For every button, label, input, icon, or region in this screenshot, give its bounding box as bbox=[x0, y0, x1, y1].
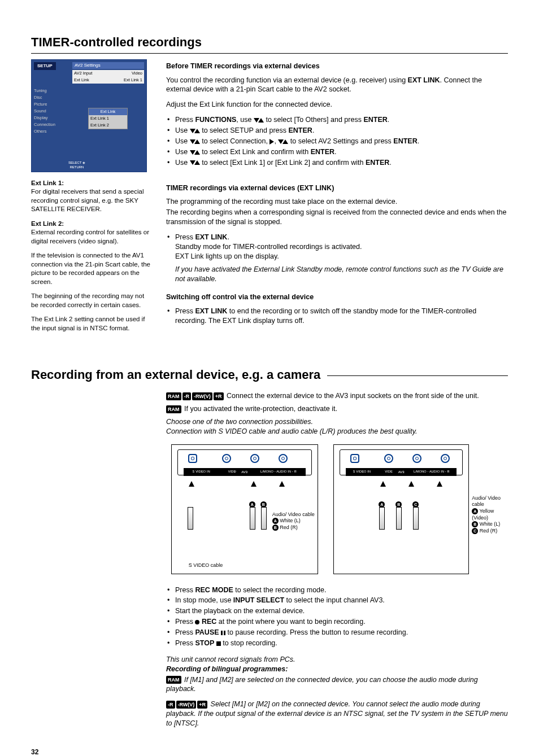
heading-before-timer: Before TIMER recordings via external dev… bbox=[166, 62, 508, 71]
badge-r: -R bbox=[166, 701, 175, 709]
right-column-2: RAM-R-RW(V)+R Connect the external devic… bbox=[166, 391, 508, 734]
up-icon bbox=[194, 160, 200, 165]
t: REC MODE bbox=[195, 586, 233, 594]
t: to select [Ext Link 1] or [Ext Link 2] a… bbox=[200, 159, 366, 167]
up-icon bbox=[194, 150, 200, 155]
plug-icon bbox=[250, 507, 255, 530]
t: Press bbox=[175, 639, 195, 647]
lbl-sv: S VIDEO IN bbox=[352, 470, 372, 474]
p-programming: The programming of the recording must ta… bbox=[166, 197, 508, 207]
italic-connection: Connection with S VIDEO cable and audio … bbox=[166, 427, 508, 436]
t: EXT LINK bbox=[195, 233, 227, 241]
ext-link-1-text: For digital receivers that send a specia… bbox=[31, 188, 144, 212]
marker-a: A bbox=[379, 501, 385, 508]
t: . bbox=[334, 148, 336, 156]
diagram-svideo: S VIDEO IN VIDEO IN L/MONO - AUDIO IN - … bbox=[171, 444, 318, 574]
hint-select: SELECT bbox=[68, 161, 81, 164]
setup-menu-item: Connection bbox=[34, 122, 69, 128]
t: to select Ext Link and confirm with bbox=[200, 148, 311, 156]
t: ENTER bbox=[363, 116, 387, 124]
badge-ram: RAM bbox=[166, 405, 181, 413]
t: Use bbox=[175, 126, 190, 134]
section1-columns: SETUP AV2 Settings AV2 InputVideo Ext Li… bbox=[31, 59, 508, 339]
t: ENTER bbox=[311, 148, 334, 156]
heading-switch-off: Switching off control via the external d… bbox=[166, 292, 508, 302]
diagram-row: S VIDEO IN VIDEO IN L/MONO - AUDIO IN - … bbox=[166, 444, 508, 574]
line1-text: Connect the external device to the AV3 i… bbox=[225, 392, 479, 400]
t: Standby mode for TIMER-controlled record… bbox=[175, 243, 362, 251]
svideo-jack-icon bbox=[188, 454, 197, 463]
label-svideo-cable: S VIDEO cable bbox=[189, 562, 223, 569]
label-white: White (L) bbox=[480, 521, 501, 527]
marker-b: B bbox=[260, 501, 267, 508]
t: Use bbox=[175, 148, 190, 156]
setup-pane-title: AV2 Settings bbox=[72, 62, 144, 69]
setup-menu-item: Sound bbox=[34, 108, 69, 114]
note-ram: RAM If [M1] and [M2] are selected on the… bbox=[166, 675, 508, 694]
ext-link-2: Ext Link 2:External recording control fo… bbox=[31, 220, 153, 246]
av3-label: AV3 bbox=[236, 470, 253, 474]
svideo-jack-icon bbox=[350, 454, 359, 463]
plug-icon bbox=[261, 507, 267, 530]
plug-icon bbox=[379, 507, 385, 530]
badge-rwv: -RW(V) bbox=[176, 701, 197, 709]
labels-av: Audio/ Video cable A White (L) B Red (R) bbox=[272, 512, 315, 531]
ext-link-2-label: Ext Link 2: bbox=[31, 220, 64, 227]
t: EXT Link lights up on the display. bbox=[175, 252, 279, 260]
lbl-sv: S VIDEO IN bbox=[192, 470, 211, 474]
label-red: Red (R) bbox=[480, 528, 498, 534]
page-number: 32 bbox=[31, 748, 508, 756]
step: Press EXT LINK. Standby mode for TIMER-c… bbox=[166, 233, 508, 261]
t: STOP bbox=[195, 639, 214, 647]
marker-b: B bbox=[395, 501, 402, 508]
audio-l-jack-icon bbox=[412, 454, 421, 463]
t: Press bbox=[175, 586, 195, 594]
audio-l-jack-icon bbox=[250, 454, 259, 463]
note-bilingual-heading: Recording of bilingual programmes: bbox=[166, 665, 508, 674]
t: . bbox=[388, 116, 389, 124]
t: Press bbox=[175, 116, 195, 124]
t: ENTER bbox=[366, 159, 389, 167]
badge-ram: RAM bbox=[166, 392, 181, 400]
setup-menu-item: Picture bbox=[34, 102, 69, 107]
p-recording-begins: The recording begins when a correspondin… bbox=[166, 208, 508, 227]
up-icon bbox=[282, 139, 288, 144]
step: Press REC MODE to select the recording m… bbox=[166, 585, 508, 595]
plug-icon bbox=[188, 507, 193, 530]
marker-c: C bbox=[412, 501, 419, 508]
t: to select Connection, bbox=[200, 137, 270, 145]
label-red: Red (R) bbox=[280, 525, 298, 530]
label-av-cable: Audio/ Video cable bbox=[472, 495, 501, 508]
step: Use to select SETUP and press ENTER. bbox=[166, 126, 508, 136]
line2-text: If you activated the write-protection, d… bbox=[182, 405, 337, 413]
setup-menu-item: Disc bbox=[34, 95, 69, 100]
t: If [M1] and [M2] are selected on the con… bbox=[166, 676, 478, 693]
t: ENTER bbox=[393, 137, 417, 145]
t: In stop mode, use bbox=[175, 596, 233, 604]
t: to select SETUP and press bbox=[200, 126, 289, 134]
p-control-function: You control the recording function via a… bbox=[166, 76, 508, 95]
arrow-icon bbox=[251, 481, 257, 487]
audio-r-jack-icon bbox=[441, 454, 450, 463]
row-r: Ext Link 1 bbox=[124, 77, 142, 83]
t: PAUSE bbox=[195, 628, 219, 636]
t: Use bbox=[175, 159, 190, 167]
setup-title: SETUP bbox=[34, 62, 56, 71]
step: Use to select Ext Link and confirm with … bbox=[166, 147, 508, 157]
t: , bbox=[274, 137, 278, 145]
up-icon bbox=[194, 129, 200, 133]
t: Use bbox=[175, 137, 190, 145]
hint-return: RETURN bbox=[69, 165, 84, 169]
badge-ram: RAM bbox=[166, 676, 181, 684]
t: INPUT SELECT bbox=[233, 596, 284, 604]
labels-av-2: Audio/ Video cable A Yellow (Video) B Wh… bbox=[472, 495, 506, 535]
t: Press bbox=[175, 618, 195, 626]
badge-plusr: +R bbox=[214, 392, 224, 400]
italic-choose: Choose one of the two connection possibi… bbox=[166, 417, 508, 427]
ext-link-1-label: Ext Link 1: bbox=[31, 180, 64, 186]
section2-columns: RAM-R-RW(V)+R Connect the external devic… bbox=[31, 391, 508, 734]
setup-row: AV2 InputVideo bbox=[72, 70, 144, 77]
section2-title-text: Recording from an external device, e.g. … bbox=[31, 366, 320, 383]
setup-row: Ext LinkExt Link 1 bbox=[72, 77, 144, 84]
arrow-icon bbox=[189, 481, 194, 487]
